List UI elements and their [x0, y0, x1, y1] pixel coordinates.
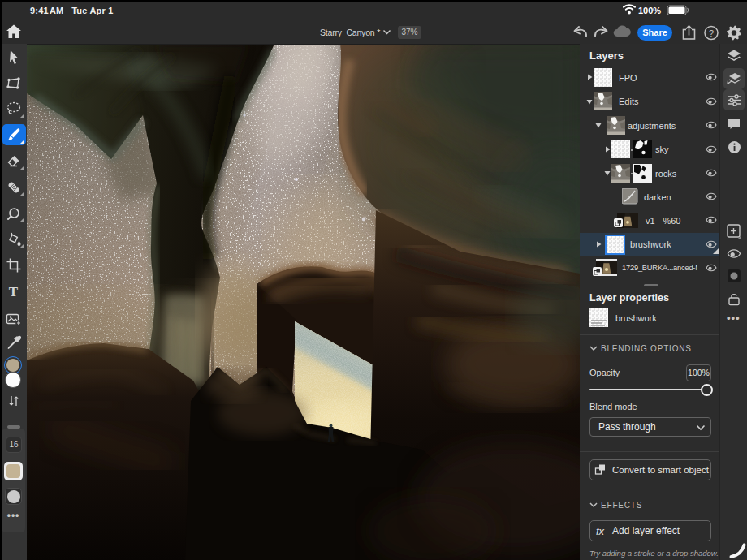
- svg-text:?: ?: [709, 28, 714, 38]
